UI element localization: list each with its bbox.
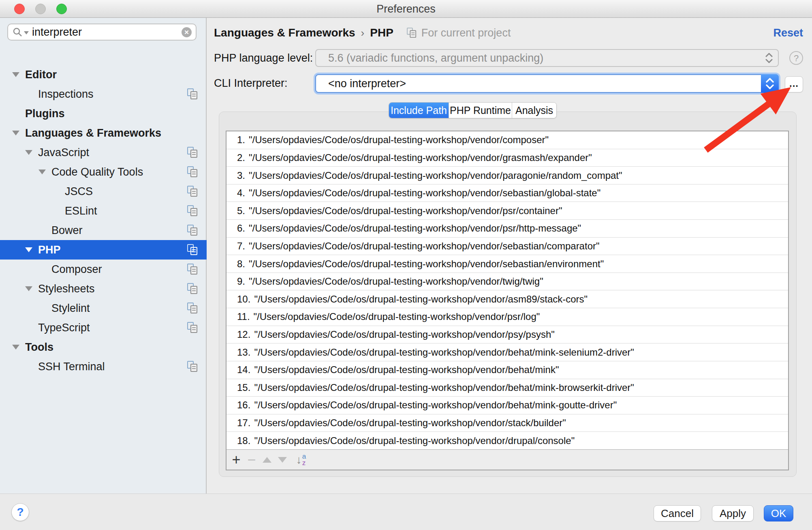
language-level-value: 5.6 (variadic functions, argument unpack… — [328, 52, 543, 64]
apply-button[interactable]: Apply — [712, 505, 754, 521]
list-item[interactable]: 10."/Users/opdavies/Code/os/drupal-testi… — [227, 290, 788, 308]
collapse-arrow-icon[interactable] — [25, 247, 32, 252]
breadcrumb-parent[interactable]: Languages & Frameworks — [214, 26, 355, 39]
list-item[interactable]: 18."/Users/opdavies/Code/os/drupal-testi… — [227, 431, 788, 449]
sidebar-item-eslint[interactable]: ESLint — [0, 201, 207, 221]
include-path-list: 1."/Users/opdavies/Code/os/drupal-testin… — [226, 131, 789, 470]
list-item[interactable]: 17."/Users/opdavies/Code/os/drupal-testi… — [227, 414, 788, 432]
project-settings-icon — [187, 244, 198, 256]
project-settings-icon — [187, 166, 198, 178]
sidebar-item-code-quality-tools[interactable]: Code Quality Tools — [0, 162, 207, 182]
list-item[interactable]: 5."/Users/opdavies/Code/os/drupal-testin… — [227, 202, 788, 219]
project-settings-icon — [187, 186, 198, 197]
move-up-button[interactable] — [260, 451, 274, 469]
search-options-caret-icon[interactable] — [24, 31, 29, 34]
list-item[interactable]: 15."/Users/opdavies/Code/os/drupal-testi… — [227, 379, 788, 397]
sidebar-item-ssh-terminal[interactable]: SSH Terminal — [0, 357, 207, 376]
project-settings-icon — [187, 303, 198, 314]
search-input[interactable] — [32, 26, 182, 39]
ok-button[interactable]: OK — [764, 505, 793, 521]
cli-interpreter-select[interactable]: <no interpreter> — [315, 74, 779, 93]
list-item[interactable]: 8."/Users/opdavies/Code/os/drupal-testin… — [227, 255, 788, 273]
sidebar-item-stylelint[interactable]: Stylelint — [0, 298, 207, 318]
sort-alphabetically-button[interactable]: ↓ a z — [291, 451, 312, 469]
project-settings-icon — [187, 88, 198, 100]
language-level-select[interactable]: 5.6 (variadic functions, argument unpack… — [315, 49, 779, 67]
list-item[interactable]: 14."/Users/opdavies/Code/os/drupal-testi… — [227, 361, 788, 379]
titlebar: Preferences — [0, 0, 812, 18]
collapse-arrow-icon[interactable] — [25, 286, 32, 291]
collapse-arrow-icon[interactable] — [12, 131, 19, 135]
list-item[interactable]: 16."/Users/opdavies/Code/os/drupal-testi… — [227, 396, 788, 414]
move-down-button[interactable] — [275, 451, 290, 469]
sidebar-item-languages-frameworks[interactable]: Languages & Frameworks — [0, 123, 207, 143]
remove-path-button[interactable]: − — [244, 451, 259, 469]
project-settings-icon — [187, 283, 198, 295]
stepper-icon[interactable] — [761, 74, 779, 93]
tab-php-runtime[interactable]: PHP Runtime — [449, 103, 512, 118]
list-item[interactable]: 7."/Users/opdavies/Code/os/drupal-testin… — [227, 237, 788, 255]
scope-indicator: For current project — [406, 27, 511, 39]
sidebar-item-stylesheets[interactable]: Stylesheets — [0, 279, 207, 298]
collapse-arrow-icon[interactable] — [12, 72, 19, 77]
breadcrumb-current: PHP — [370, 26, 393, 39]
sidebar-item-javascript[interactable]: JavaScript — [0, 143, 207, 162]
sidebar-item-bower[interactable]: Bower — [0, 221, 207, 240]
settings-search-field[interactable]: ✕ — [7, 24, 197, 41]
project-settings-icon — [407, 28, 417, 39]
help-icon[interactable]: ? — [789, 51, 803, 65]
sidebar-item-jscs[interactable]: JSCS — [0, 182, 207, 201]
list-item[interactable]: 2."/Users/opdavies/Code/os/drupal-testin… — [227, 149, 788, 167]
window-title: Preferences — [0, 0, 812, 18]
tab-include-path[interactable]: Include Path — [389, 103, 449, 118]
stepper-icon[interactable] — [765, 50, 773, 66]
settings-sidebar: ✕ Editor Inspections Plugins Languages &… — [0, 18, 207, 494]
breadcrumb: Languages & Frameworks › PHP For current… — [214, 24, 511, 41]
list-item[interactable]: 3."/Users/opdavies/Code/os/drupal-testin… — [227, 166, 788, 184]
list-item[interactable]: 6."/Users/opdavies/Code/os/drupal-testin… — [227, 219, 788, 237]
collapse-arrow-icon[interactable] — [25, 150, 32, 155]
collapse-arrow-icon[interactable] — [38, 170, 46, 174]
reset-link[interactable]: Reset — [773, 24, 803, 41]
list-item[interactable]: 9."/Users/opdavies/Code/os/drupal-testin… — [227, 273, 788, 290]
php-settings-tabs: Include Path PHP Runtime Analysis — [389, 102, 557, 118]
sidebar-item-composer[interactable]: Composer — [0, 260, 207, 279]
sort-arrow-icon: ↓ — [296, 453, 302, 466]
cancel-button[interactable]: Cancel — [654, 505, 701, 521]
project-settings-icon — [187, 361, 198, 373]
list-item[interactable]: 13."/Users/opdavies/Code/os/drupal-testi… — [227, 343, 788, 361]
sidebar-item-editor[interactable]: Editor — [0, 65, 207, 84]
sidebar-item-typescript[interactable]: TypeScript — [0, 318, 207, 337]
collapse-arrow-icon[interactable] — [12, 345, 19, 350]
browse-interpreters-button[interactable]: ... — [785, 76, 803, 92]
list-toolbar: + − ↓ a z — [227, 449, 788, 470]
sidebar-item-php[interactable]: PHP — [0, 240, 207, 260]
list-item[interactable]: 12."/Users/opdavies/Code/os/drupal-testi… — [227, 326, 788, 343]
sidebar-item-inspections[interactable]: Inspections — [0, 84, 207, 104]
scope-label: For current project — [421, 27, 511, 39]
project-settings-icon — [187, 264, 198, 275]
breadcrumb-separator-icon: › — [361, 27, 365, 39]
help-button[interactable]: ? — [11, 503, 29, 521]
project-settings-icon — [187, 322, 198, 334]
include-path-rows: 1."/Users/opdavies/Code/os/drupal-testin… — [227, 131, 788, 449]
clear-search-icon[interactable]: ✕ — [182, 27, 192, 37]
sidebar-item-tools[interactable]: Tools — [0, 337, 207, 357]
list-item[interactable]: 11."/Users/opdavies/Code/os/drupal-testi… — [227, 308, 788, 326]
list-item[interactable]: 4."/Users/opdavies/Code/os/drupal-testin… — [227, 184, 788, 202]
list-item[interactable]: 1."/Users/opdavies/Code/os/drupal-testin… — [227, 131, 788, 149]
cli-interpreter-value: <no interpreter> — [328, 77, 406, 90]
search-icon — [12, 27, 23, 37]
language-level-label: PHP language level: — [214, 49, 313, 67]
add-path-button[interactable]: + — [229, 451, 244, 469]
sidebar-item-plugins[interactable]: Plugins — [0, 104, 207, 123]
project-settings-icon — [187, 147, 198, 159]
cli-interpreter-label: CLI Interpreter: — [214, 74, 288, 92]
footer-bar: ? Cancel Apply OK — [0, 494, 812, 530]
project-settings-icon — [187, 225, 198, 236]
project-settings-icon — [187, 205, 198, 217]
tab-analysis[interactable]: Analysis — [512, 103, 556, 118]
